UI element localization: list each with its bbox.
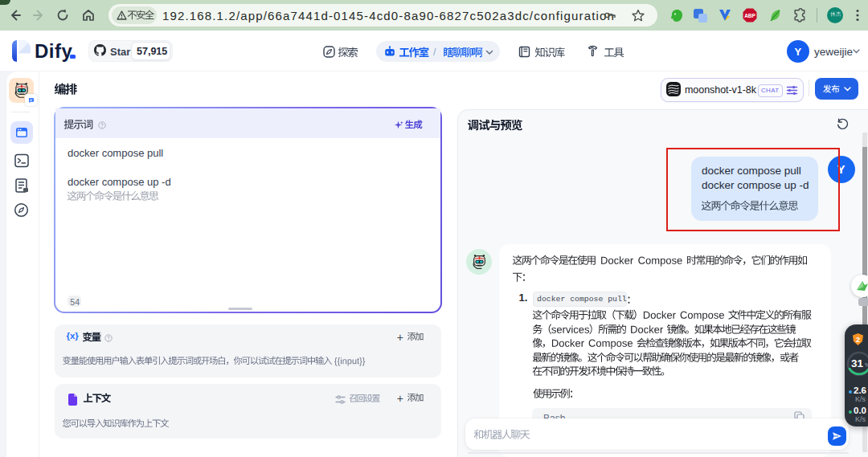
svg-text:2: 2 [856, 336, 860, 344]
svg-text:ABP: ABP [744, 13, 755, 18]
